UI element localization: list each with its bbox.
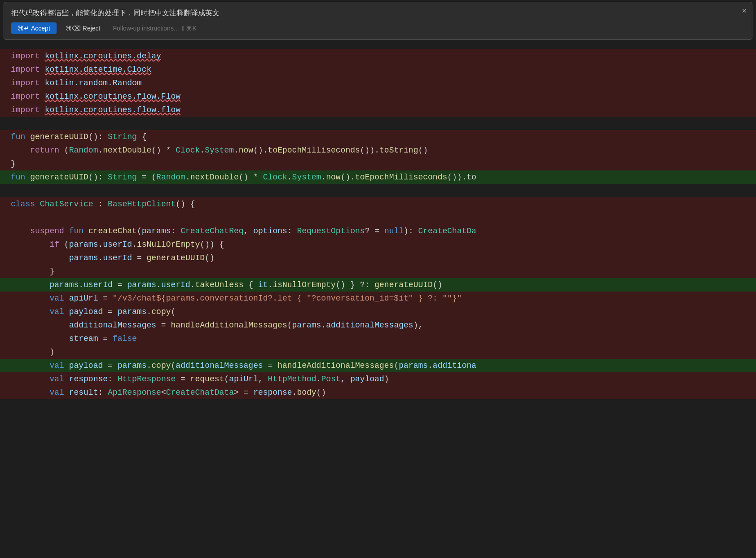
code-line: val payload = params.copy(	[0, 305, 756, 318]
empty-line	[0, 117, 756, 130]
code-line: }	[0, 265, 756, 278]
code-line: val result: ApiResponse<CreateChatData> …	[0, 386, 756, 399]
code-line: suspend fun createChat(params: CreateCha…	[0, 224, 756, 238]
code-line: )	[0, 345, 756, 359]
reject-button[interactable]: ⌘⌫ Reject	[60, 22, 106, 34]
code-line: params.userId = generateUUID()	[0, 251, 756, 265]
code-editor: import kotlinx.coroutines.delay import k…	[0, 49, 756, 558]
code-line: return (Random.nextDouble() * Clock.Syst…	[0, 144, 756, 157]
code-line: val apiUrl = "/v3/chat${params.conversat…	[0, 292, 756, 305]
dialog-instruction: 把代码改得整洁些，能简化的处理下，同时把中文注释翻译成英文	[11, 9, 745, 18]
code-line: fun generateUUID(): String = (Random.nex…	[0, 170, 756, 184]
code-line: import kotlinx.coroutines.flow.Flow	[0, 90, 756, 103]
code-line: additionalMessages = handleAdditionalMes…	[0, 318, 756, 332]
code-line: params.userId = params.userId.takeUnless…	[0, 278, 756, 292]
reject-label: Reject	[83, 25, 101, 32]
code-line: if (params.userId.isNullOrEmpty()) {	[0, 238, 756, 251]
code-line: import kotlinx.coroutines.delay	[0, 49, 756, 63]
code-line: }	[0, 157, 756, 170]
code-line: val payload = params.copy(additionalMess…	[0, 359, 756, 372]
follow-up-input[interactable]	[110, 22, 745, 34]
dialog-actions: ⌘↵ Accept ⌘⌫ Reject	[11, 22, 745, 34]
code-line: fun generateUUID(): String {	[0, 130, 756, 144]
code-line: import kotlinx.coroutines.flow.flow	[0, 103, 756, 117]
empty-line	[0, 211, 756, 224]
close-button[interactable]: ×	[742, 7, 747, 15]
code-line: class ChatService : BaseHttpClient() {	[0, 197, 756, 211]
code-line: stream = false	[0, 332, 756, 345]
reject-shortcut: ⌘⌫	[66, 25, 81, 32]
accept-button[interactable]: ⌘↵ Accept	[11, 22, 57, 34]
ai-diff-dialog: × 把代码改得整洁些，能简化的处理下，同时把中文注释翻译成英文 ⌘↵ Accep…	[4, 2, 752, 40]
accept-label: Accept	[31, 25, 50, 32]
code-line: import kotlinx.datetime.Clock	[0, 63, 756, 76]
accept-shortcut: ⌘↵	[18, 25, 29, 32]
empty-line	[0, 184, 756, 197]
code-line: import kotlin.random.Random	[0, 76, 756, 90]
code-line: val response: HttpResponse = request(api…	[0, 372, 756, 386]
